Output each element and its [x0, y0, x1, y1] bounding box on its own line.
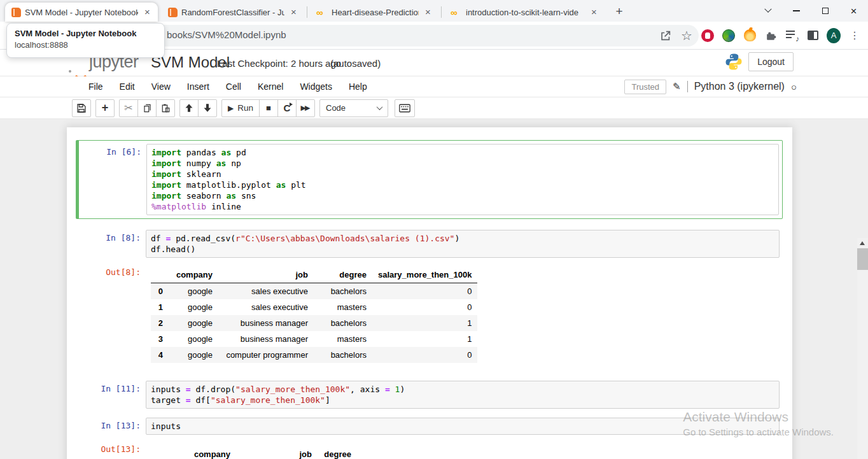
trusted-button[interactable]: Trusted: [624, 80, 666, 94]
tab-title: introduction-to-scikit-learn-vide: [466, 8, 585, 17]
tooltip-title: SVM Model - Jupyter Notebook: [15, 29, 157, 38]
kernel-name[interactable]: Python 3 (ipykernel): [694, 81, 785, 92]
close-tab-icon[interactable]: ×: [288, 7, 299, 18]
menu-edit[interactable]: Edit: [111, 81, 143, 92]
tab-svm-model[interactable]: SVM Model - Jupyter Notebook ×: [5, 3, 158, 22]
side-panel-icon[interactable]: [806, 29, 820, 43]
chevron-down-icon: [377, 104, 383, 110]
stop-icon: ■: [266, 104, 271, 112]
close-window-button[interactable]: ×: [839, 0, 868, 22]
menu-insert[interactable]: Insert: [179, 81, 218, 92]
output-prompt: Out[13]:: [79, 441, 146, 454]
page: SVM Model - Jupyter Notebook × RandomFor…: [0, 0, 868, 459]
menu-cell[interactable]: Cell: [218, 81, 249, 92]
jupyter-favicon: [11, 8, 21, 17]
dataframe-table: companyjobdegreesalary_more_then_100k0go…: [151, 267, 780, 363]
checkpoint-status: Last Checkpoint: 2 hours ago: [217, 58, 341, 69]
menu-view[interactable]: View: [143, 81, 179, 92]
tab-heart-disease[interactable]: ∞ Heart-disease-Prediction.ipynb - ×: [310, 3, 438, 22]
restore-button[interactable]: [811, 0, 839, 22]
jupyter-planet-icon: [71, 59, 87, 72]
autosave-status: (autosaved): [330, 58, 381, 69]
kernel-idle-icon: ○: [791, 81, 797, 92]
tab-title: SVM Model - Jupyter Notebook: [25, 8, 138, 17]
idm-extension-icon[interactable]: [722, 29, 736, 43]
dataframe-table-partial: companyjobdegree: [151, 446, 780, 459]
tab-title: Heart-disease-Prediction.ipynb -: [332, 8, 419, 17]
notebook-site: In [6]: import pandas as pdimport numpy …: [0, 119, 868, 459]
minimize-button[interactable]: [782, 0, 811, 22]
tab-randomforest[interactable]: RandomForestClassifier - Jupyter ×: [162, 3, 304, 22]
colab-favicon: ∞: [316, 7, 328, 18]
code-editor[interactable]: inputs = df.drop("salary_more_then_100k"…: [146, 381, 780, 409]
close-tab-icon[interactable]: ×: [142, 7, 153, 18]
playlist-extension-icon[interactable]: ♪: [785, 29, 799, 43]
move-cell-down-button[interactable]: [198, 99, 217, 117]
code-cell-selected[interactable]: In [6]: import pandas as pdimport numpy …: [76, 140, 783, 219]
restart-kernel-button[interactable]: C: [277, 99, 297, 117]
input-prompt: In [11]:: [79, 381, 146, 393]
notebook-container: In [6]: import pandas as pdimport numpy …: [67, 127, 792, 459]
menu-widgets[interactable]: Widgets: [291, 81, 340, 92]
input-prompt: In [13]:: [79, 418, 146, 430]
colab-favicon: ∞: [451, 7, 462, 18]
scrollbar-thumb[interactable]: [857, 248, 868, 270]
notebook-toolbar: + ✂ ▶ Run ■ C ▶▶: [0, 97, 868, 119]
tab-tooltip: SVM Model - Jupyter Notebook localhost:8…: [6, 23, 165, 58]
window-controls: ×: [753, 0, 868, 22]
page-scrollbar[interactable]: [857, 238, 868, 459]
new-tab-button[interactable]: +: [611, 3, 627, 20]
command-palette-button[interactable]: [395, 99, 415, 117]
output-area: Out[8]: companyjobdegreesalary_more_then…: [76, 261, 783, 366]
output-area: Out[13]: companyjobdegree: [76, 438, 783, 459]
tab-title: RandomForestClassifier - Jupyter: [181, 8, 284, 17]
code-cell[interactable]: In [11]: inputs = df.drop("salary_more_t…: [76, 378, 783, 412]
python-logo-icon: [724, 52, 743, 74]
code-editor[interactable]: inputs: [146, 418, 780, 435]
run-label: Run: [237, 103, 253, 113]
close-tab-icon[interactable]: ×: [423, 7, 433, 18]
code-cell[interactable]: In [8]: df = pd.read_csv(r"C:\Users\abba…: [76, 227, 783, 261]
notebook-menubar: File Edit View Insert Cell Kernel Widget…: [0, 76, 868, 97]
restart-run-all-button[interactable]: ▶▶: [296, 99, 315, 117]
paste-cell-button[interactable]: [156, 99, 175, 117]
run-button[interactable]: ▶ Run: [221, 99, 260, 117]
copy-cell-button[interactable]: [137, 99, 157, 117]
cell-type-dropdown[interactable]: Code: [319, 99, 388, 117]
menu-help[interactable]: Help: [340, 81, 375, 92]
tab-intro-sklearn[interactable]: ∞ introduction-to-scikit-learn-vide ×: [444, 3, 605, 22]
code-editor[interactable]: df = pd.read_csv(r"C:\Users\abbas\Downlo…: [146, 230, 780, 258]
tab-search-icon[interactable]: [753, 0, 782, 22]
move-cell-up-button[interactable]: [179, 99, 199, 117]
flame-extension-icon[interactable]: [743, 29, 757, 43]
music-note-icon: ♪: [795, 34, 799, 43]
logout-button[interactable]: Logout: [748, 52, 794, 71]
save-button[interactable]: [72, 99, 91, 117]
bookmark-star-icon[interactable]: ☆: [680, 29, 694, 43]
add-cell-button[interactable]: +: [95, 99, 115, 117]
restart-icon: C: [284, 103, 291, 113]
play-icon: ▶: [228, 104, 234, 112]
code-cell[interactable]: In [13]: inputs: [76, 414, 783, 438]
extensions-puzzle-icon[interactable]: [764, 29, 778, 43]
browser-tab-strip: SVM Model - Jupyter Notebook × RandomFor…: [0, 0, 868, 22]
browser-actions: ☆ ♪ A ⋮: [659, 22, 862, 49]
input-prompt: In [6]:: [80, 144, 146, 157]
profile-avatar[interactable]: A: [827, 29, 841, 43]
cell-type-value: Code: [326, 103, 346, 113]
code-editor[interactable]: import pandas as pdimport numpy as npimp…: [146, 144, 779, 215]
fast-forward-icon: ▶▶: [301, 104, 311, 111]
close-tab-icon[interactable]: ×: [589, 7, 599, 18]
tab-separator: [307, 6, 307, 18]
jupyter-favicon: [168, 8, 178, 17]
menu-file[interactable]: File: [80, 81, 111, 92]
browser-menu-icon[interactable]: ⋮: [848, 29, 862, 43]
share-icon[interactable]: [659, 29, 673, 43]
menu-kernel[interactable]: Kernel: [249, 81, 291, 92]
scroll-up-arrow-icon[interactable]: [860, 241, 865, 245]
tooltip-host: localhost:8888: [15, 40, 157, 50]
cut-cell-button[interactable]: ✂: [119, 99, 138, 117]
adblock-extension-icon[interactable]: [701, 29, 715, 43]
divider: [687, 81, 688, 92]
interrupt-kernel-button[interactable]: ■: [259, 99, 278, 117]
